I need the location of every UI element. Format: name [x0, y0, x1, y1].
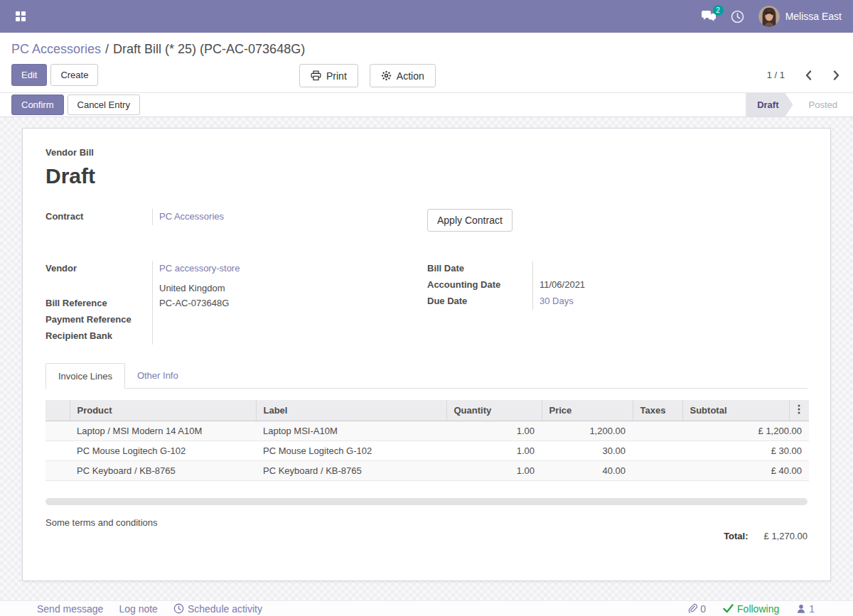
clock-icon	[731, 10, 744, 23]
payment-reference-value	[152, 312, 427, 328]
subtotal-cell[interactable]: £ 30.00	[682, 441, 809, 461]
taxes-cell[interactable]	[633, 421, 682, 441]
vendor-country: United Kingdom	[159, 283, 427, 293]
table-horizontal-scrollbar[interactable]	[45, 498, 808, 505]
pager-next-button[interactable]	[832, 69, 842, 82]
optional-columns-button[interactable]	[798, 404, 800, 416]
bill-reference-label: Bill Reference	[45, 296, 152, 312]
table-row[interactable]: PC Mouse Logitech G-102 PC Mouse Logitec…	[45, 441, 809, 461]
confirm-button[interactable]: Confirm	[11, 94, 64, 115]
status-pipeline: Draft Posted	[746, 93, 853, 117]
product-column-header[interactable]: Product	[70, 400, 256, 421]
chatter-actions: Send message Log note Schedule activity	[37, 603, 262, 615]
bill-date-field: Bill Date	[427, 261, 808, 277]
attachments-count: 0	[700, 603, 706, 615]
contract-field: Contract PC Accessories	[45, 209, 427, 225]
pager-previous-button[interactable]	[803, 69, 813, 82]
print-action-group: Print Action	[299, 64, 436, 87]
price-cell[interactable]: 1,200.00	[542, 421, 633, 441]
bill-reference-field: Bill Reference PC-AC-073648G	[45, 296, 427, 312]
document-type-label: Vendor Bill	[45, 147, 808, 158]
print-button[interactable]: Print	[299, 64, 358, 87]
product-cell[interactable]: Laptop / MSI Modern 14 A10M	[70, 421, 256, 441]
label-cell[interactable]: PC Mouse Logitech G-102	[256, 441, 446, 461]
breadcrumb-current: Draft Bill (* 25) (PC-AC-073648G)	[113, 42, 305, 56]
followers-count: 1	[809, 603, 815, 615]
tab-invoice-lines[interactable]: Invoice Lines	[45, 363, 125, 389]
total-value: £ 1,270.00	[764, 531, 808, 541]
messages-button[interactable]: 2	[701, 10, 717, 23]
breadcrumb-parent-link[interactable]: PC Accessories	[11, 42, 101, 56]
subtotal-cell[interactable]: £ 40.00	[682, 461, 809, 481]
label-column-header[interactable]: Label	[256, 400, 446, 421]
form-view-background: Vendor Bill Draft Contract PC Accessorie…	[0, 117, 853, 600]
following-label: Following	[737, 603, 779, 615]
taxes-cell[interactable]	[633, 441, 682, 461]
contract-value: PC Accessories	[152, 209, 427, 225]
action-button-label: Action	[397, 71, 424, 81]
total-row: Total: £ 1,270.00	[45, 531, 808, 541]
send-message-button[interactable]: Send message	[37, 603, 103, 615]
breadcrumb-separator: /	[105, 42, 109, 56]
navbar-right: 2 Meliss	[701, 6, 842, 27]
status-step-posted[interactable]: Posted	[793, 93, 853, 117]
apps-menu-button[interactable]	[11, 7, 30, 26]
payment-reference-field: Payment Reference	[45, 312, 427, 328]
tab-other-info[interactable]: Other Info	[125, 363, 191, 388]
quantity-cell[interactable]: 1.00	[446, 441, 542, 461]
form-statusbar: Confirm Cancel Entry Draft Posted	[0, 93, 853, 117]
user-name: Melissa East	[785, 11, 842, 22]
recipient-bank-value	[152, 328, 427, 345]
quantity-column-header[interactable]: Quantity	[446, 400, 542, 421]
total-label: Total:	[724, 531, 748, 541]
price-cell[interactable]: 40.00	[542, 461, 633, 481]
row-handle-cell	[45, 441, 70, 461]
apply-contract-button[interactable]: Apply Contract	[427, 209, 513, 232]
bill-reference-value: PC-AC-073648G	[152, 296, 427, 312]
subtotal-column-header[interactable]: Subtotal	[682, 400, 789, 421]
label-cell[interactable]: Laptop MSI-A10M	[256, 421, 446, 441]
quantity-cell[interactable]: 1.00	[446, 461, 542, 481]
edit-button[interactable]: Edit	[11, 64, 47, 86]
chatter-status: 0 Following 1	[687, 603, 815, 615]
user-menu[interactable]: Melissa East	[758, 6, 842, 27]
taxes-cell[interactable]	[633, 461, 682, 481]
status-step-draft[interactable]: Draft	[746, 93, 793, 117]
attachments-button[interactable]: 0	[687, 603, 706, 615]
vendor-label: Vendor	[45, 261, 152, 296]
followers-button[interactable]: 1	[796, 603, 815, 615]
quantity-cell[interactable]: 1.00	[446, 421, 542, 441]
contract-link[interactable]: PC Accessories	[159, 211, 224, 222]
cancel-entry-button[interactable]: Cancel Entry	[68, 94, 140, 115]
vertical-dots-icon	[798, 404, 800, 414]
breadcrumb: PC Accessories/Draft Bill (* 25) (PC-AC-…	[11, 41, 842, 57]
activities-button[interactable]	[731, 10, 744, 23]
create-button[interactable]: Create	[50, 64, 98, 86]
vendor-link[interactable]: PC accessory-store	[159, 263, 240, 274]
avatar	[758, 6, 780, 27]
accounting-date-label: Accounting Date	[427, 277, 532, 293]
taxes-column-header[interactable]: Taxes	[633, 400, 682, 421]
chatter-toolbar: Send message Log note Schedule activity …	[0, 600, 853, 616]
price-column-header[interactable]: Price	[542, 400, 633, 421]
log-note-button[interactable]: Log note	[119, 603, 158, 615]
table-row[interactable]: Laptop / MSI Modern 14 A10M Laptop MSI-A…	[45, 421, 809, 441]
price-cell[interactable]: 30.00	[542, 441, 633, 461]
bill-date-label: Bill Date	[427, 261, 532, 277]
product-cell[interactable]: PC Keyboard / KB-8765	[70, 461, 256, 481]
due-date-label: Due Date	[427, 293, 532, 310]
bill-date-value	[532, 261, 808, 277]
table-row[interactable]: PC Keyboard / KB-8765 PC Keyboard / KB-8…	[45, 461, 809, 481]
subtotal-cell[interactable]: £ 1,200.00	[682, 421, 809, 441]
contract-section: Contract PC Accessories Apply Contract	[45, 209, 808, 232]
due-date-link[interactable]: 30 Days	[540, 296, 574, 306]
control-panel: PC Accessories/Draft Bill (* 25) (PC-AC-…	[0, 33, 853, 93]
action-button[interactable]: Action	[370, 64, 436, 87]
product-cell[interactable]: PC Mouse Logitech G-102	[70, 441, 256, 461]
recipient-bank-field: Recipient Bank	[45, 328, 427, 345]
fields-right-column: Bill Date Accounting Date 11/06/2021 Due…	[427, 261, 808, 310]
document-title: Draft	[45, 164, 808, 188]
label-cell[interactable]: PC Keyboard / KB-8765	[256, 461, 446, 481]
schedule-activity-button[interactable]: Schedule activity	[173, 603, 262, 615]
following-button[interactable]: Following	[723, 603, 779, 615]
